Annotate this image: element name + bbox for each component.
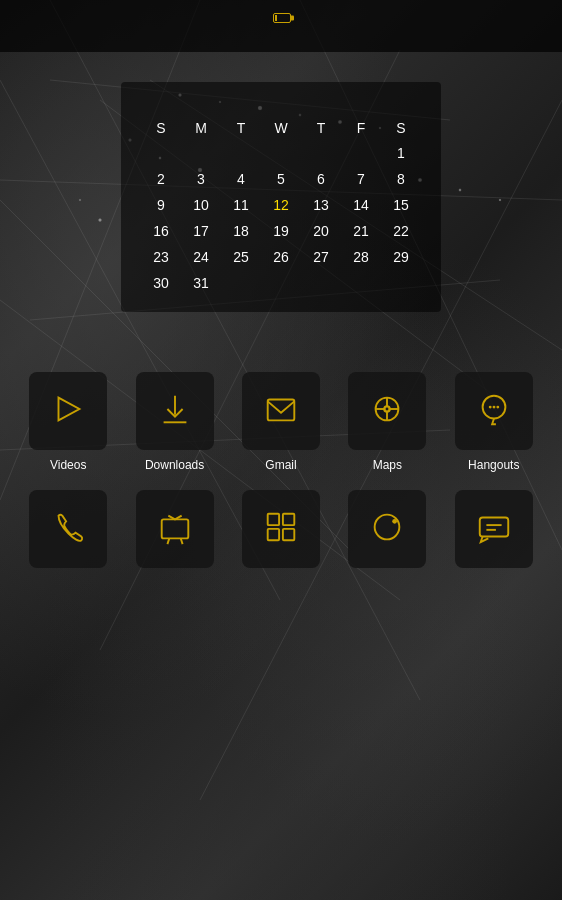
app-item-videos[interactable]: Videos bbox=[29, 372, 107, 472]
svg-rect-46 bbox=[268, 529, 279, 540]
calendar-day[interactable]: 9 bbox=[141, 192, 181, 218]
calendar-day[interactable]: 6 bbox=[301, 166, 341, 192]
app-label: Maps bbox=[373, 458, 402, 472]
tv-icon bbox=[156, 508, 194, 550]
app-item-downloads[interactable]: Downloads bbox=[136, 372, 214, 472]
calendar-day[interactable]: 31 bbox=[181, 270, 221, 296]
calendar-headers: SMTWTFS bbox=[141, 116, 421, 140]
calendar-day[interactable]: 21 bbox=[341, 218, 381, 244]
grid-icon bbox=[262, 508, 300, 550]
app-icon-box bbox=[136, 490, 214, 568]
chat-icon bbox=[475, 508, 513, 550]
svg-marker-28 bbox=[59, 398, 80, 421]
calendar-day bbox=[381, 270, 421, 296]
calendar-day[interactable]: 29 bbox=[381, 244, 421, 270]
calendar-table: SMTWTFS 12345678910111213141516171819202… bbox=[141, 116, 421, 296]
calendar-row: 3031 bbox=[141, 270, 421, 296]
calendar-day[interactable]: 17 bbox=[181, 218, 221, 244]
calendar-day[interactable]: 26 bbox=[261, 244, 301, 270]
app-label: Gmail bbox=[265, 458, 296, 472]
calendar-day[interactable]: 13 bbox=[301, 192, 341, 218]
calendar-day[interactable]: 28 bbox=[341, 244, 381, 270]
calendar-day bbox=[341, 270, 381, 296]
calendar-day[interactable]: 4 bbox=[221, 166, 261, 192]
calendar-day bbox=[301, 270, 341, 296]
calendar-day[interactable]: 7 bbox=[341, 166, 381, 192]
app-row-1: Videos Downloads Gmail Maps Hangouts bbox=[10, 372, 552, 472]
apps-container: Videos Downloads Gmail Maps Hangouts bbox=[0, 372, 562, 568]
calendar-day[interactable]: 2 bbox=[141, 166, 181, 192]
app-icon-box bbox=[455, 372, 533, 450]
app-icon-box bbox=[242, 490, 320, 568]
status-bar bbox=[0, 0, 562, 52]
svg-point-49 bbox=[393, 519, 398, 524]
calendar-day[interactable]: 27 bbox=[301, 244, 341, 270]
app-icon-box bbox=[348, 372, 426, 450]
calendar-day[interactable]: 15 bbox=[381, 192, 421, 218]
calendar-day[interactable]: 24 bbox=[181, 244, 221, 270]
play-icon bbox=[49, 390, 87, 432]
calendar-day[interactable]: 14 bbox=[341, 192, 381, 218]
calendar-day[interactable]: 1 bbox=[381, 140, 421, 166]
phone-icon bbox=[49, 508, 87, 550]
calendar-day bbox=[181, 140, 221, 166]
calendar-day bbox=[301, 140, 341, 166]
app-label: Videos bbox=[50, 458, 86, 472]
battery-body bbox=[273, 13, 291, 23]
calendar-day[interactable]: 30 bbox=[141, 270, 181, 296]
calendar-day[interactable]: 12 bbox=[261, 192, 301, 218]
calendar-row: 2345678 bbox=[141, 166, 421, 192]
app-label: Hangouts bbox=[468, 458, 519, 472]
hangouts-icon bbox=[475, 390, 513, 432]
calendar-day[interactable]: 20 bbox=[301, 218, 341, 244]
calendar-day[interactable]: 18 bbox=[221, 218, 261, 244]
calendar-day[interactable]: 3 bbox=[181, 166, 221, 192]
svg-point-24 bbox=[99, 219, 102, 222]
svg-point-27 bbox=[499, 199, 501, 201]
calendar-day[interactable]: 5 bbox=[261, 166, 301, 192]
circle-icon bbox=[368, 508, 406, 550]
calendar-body: 1234567891011121314151617181920212223242… bbox=[141, 140, 421, 296]
app-item-gmail[interactable]: Gmail bbox=[242, 372, 320, 472]
app-icon-box bbox=[348, 490, 426, 568]
calendar-day[interactable]: 25 bbox=[221, 244, 261, 270]
app-item-hangouts[interactable]: Hangouts bbox=[455, 372, 533, 472]
calendar-day[interactable]: 19 bbox=[261, 218, 301, 244]
app-item-grid[interactable] bbox=[242, 490, 320, 568]
svg-point-23 bbox=[79, 199, 81, 201]
calendar-widget: SMTWTFS 12345678910111213141516171819202… bbox=[121, 82, 441, 312]
svg-point-38 bbox=[489, 406, 492, 409]
svg-point-36 bbox=[386, 408, 389, 411]
cal-day-header: T bbox=[301, 116, 341, 140]
date-display bbox=[273, 25, 277, 39]
calendar-row: 23242526272829 bbox=[141, 244, 421, 270]
battery-icon bbox=[273, 13, 291, 23]
calendar-day[interactable]: 11 bbox=[221, 192, 261, 218]
app-item-circle[interactable] bbox=[348, 490, 426, 568]
calendar-day[interactable]: 22 bbox=[381, 218, 421, 244]
svg-rect-44 bbox=[268, 514, 279, 525]
svg-point-48 bbox=[375, 515, 400, 540]
app-item-maps[interactable]: Maps bbox=[348, 372, 426, 472]
app-icon-box bbox=[455, 490, 533, 568]
app-label: Downloads bbox=[145, 458, 204, 472]
calendar-day bbox=[261, 270, 301, 296]
app-icon-box bbox=[242, 372, 320, 450]
app-item-chat[interactable] bbox=[455, 490, 533, 568]
gmail-icon bbox=[262, 390, 300, 432]
cal-day-header: W bbox=[261, 116, 301, 140]
calendar-day[interactable]: 10 bbox=[181, 192, 221, 218]
app-item-phone[interactable] bbox=[29, 490, 107, 568]
calendar-day bbox=[141, 140, 181, 166]
calendar-day[interactable]: 8 bbox=[381, 166, 421, 192]
calendar-row: 9101112131415 bbox=[141, 192, 421, 218]
calendar-row: 1 bbox=[141, 140, 421, 166]
calendar-day[interactable]: 23 bbox=[141, 244, 181, 270]
app-icon-box bbox=[29, 490, 107, 568]
app-item-tv[interactable] bbox=[136, 490, 214, 568]
maps-icon bbox=[368, 390, 406, 432]
svg-rect-31 bbox=[268, 400, 295, 421]
svg-point-40 bbox=[496, 406, 499, 409]
calendar-day[interactable]: 16 bbox=[141, 218, 181, 244]
calendar-day bbox=[261, 140, 301, 166]
